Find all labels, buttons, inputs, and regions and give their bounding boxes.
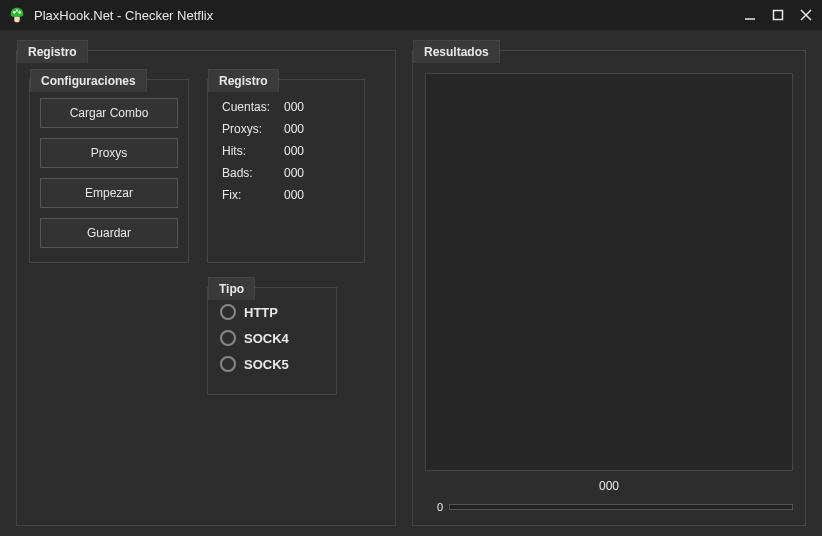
fix-label: Fix: (222, 188, 284, 202)
maximize-button[interactable] (770, 7, 786, 23)
proxy-type-http[interactable]: HTTP (220, 304, 324, 320)
proxy-type-sock4[interactable]: SOCK4 (220, 330, 324, 346)
tipo-panel: Tipo HTTP SOCK4 SOCK5 (207, 287, 337, 395)
http-label: HTTP (244, 305, 278, 320)
tipo-title: Tipo (208, 277, 255, 300)
radio-icon (220, 304, 236, 320)
results-output[interactable] (425, 73, 793, 471)
proxys-label: Proxys: (222, 122, 284, 136)
bads-label: Bads: (222, 166, 284, 180)
empezar-button[interactable]: Empezar (40, 178, 178, 208)
radio-icon (220, 356, 236, 372)
svg-point-1 (18, 11, 21, 14)
proxys-value: 000 (284, 122, 304, 136)
registro-panel-title: Registro (17, 40, 88, 63)
configuraciones-title: Configuraciones (30, 69, 147, 92)
progress-value: 0 (425, 501, 443, 513)
proxys-button[interactable]: Proxys (40, 138, 178, 168)
close-button[interactable] (798, 7, 814, 23)
window-title: PlaxHook.Net - Checker Netflix (34, 8, 742, 23)
fix-value: 000 (284, 188, 304, 202)
bads-value: 000 (284, 166, 304, 180)
sock5-label: SOCK5 (244, 357, 289, 372)
minimize-button[interactable] (742, 7, 758, 23)
svg-point-2 (16, 9, 18, 11)
resultados-title: Resultados (413, 40, 500, 63)
stats-title: Registro (208, 69, 279, 92)
progress-bar (449, 504, 793, 510)
configuraciones-panel: Configuraciones Cargar Combo Proxys Empe… (29, 79, 189, 263)
proxy-type-sock5[interactable]: SOCK5 (220, 356, 324, 372)
titlebar: PlaxHook.Net - Checker Netflix (0, 0, 822, 30)
radio-icon (220, 330, 236, 346)
resultados-panel: Resultados 000 0 (412, 50, 806, 526)
registro-panel: Registro Configuraciones Cargar Combo Pr… (16, 50, 396, 526)
svg-rect-4 (774, 11, 783, 20)
results-counter: 000 (425, 479, 793, 493)
sock4-label: SOCK4 (244, 331, 289, 346)
hits-value: 000 (284, 144, 304, 158)
guardar-button[interactable]: Guardar (40, 218, 178, 248)
svg-point-0 (13, 11, 16, 14)
app-icon (8, 6, 26, 24)
cuentas-label: Cuentas: (222, 100, 284, 114)
cargar-combo-button[interactable]: Cargar Combo (40, 98, 178, 128)
hits-label: Hits: (222, 144, 284, 158)
stats-panel: Registro Cuentas: 000 Proxys: 000 Hits: … (207, 79, 365, 263)
cuentas-value: 000 (284, 100, 304, 114)
